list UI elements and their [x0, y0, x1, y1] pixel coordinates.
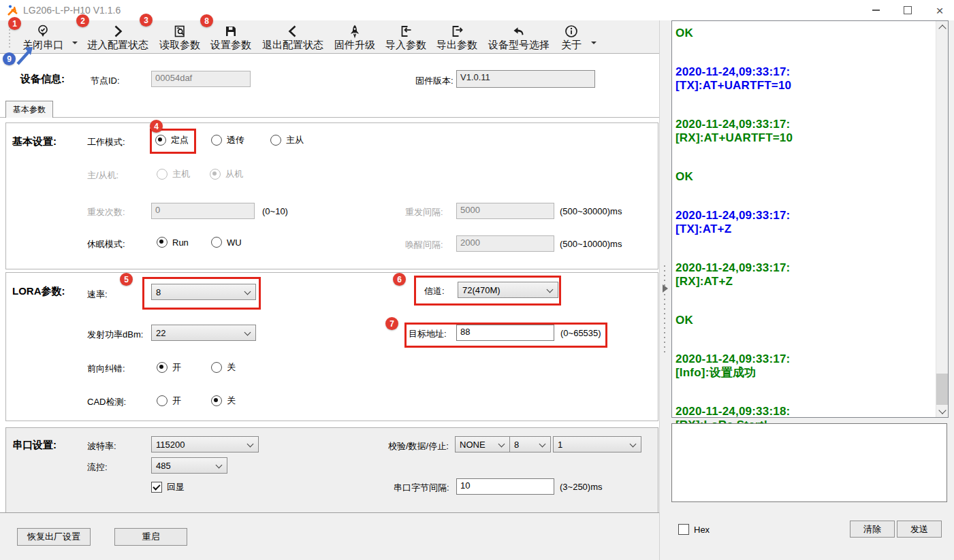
close-button[interactable]: × [930, 3, 949, 18]
wake-interval-label: 唤醒间隔: [405, 239, 443, 251]
radio-work-mode-master-slave[interactable]: 主从 [270, 134, 304, 146]
rocket-icon [347, 22, 362, 39]
chevron-down-icon [247, 441, 254, 448]
toolbar-set-params-button[interactable]: 设置参数 [209, 22, 253, 52]
firmware-version-field[interactable]: V1.0.11 [456, 70, 595, 88]
toolbar-export-params-button[interactable]: 导出参数 [435, 22, 479, 52]
radio-fec-on[interactable]: 开 [157, 361, 181, 374]
log-line: 2020-11-24,09:33:17: [675, 352, 934, 366]
radio-label: 透传 [227, 134, 244, 146]
scrollbar-thumb[interactable] [936, 374, 948, 405]
radio-icon [270, 135, 281, 146]
close-serial-dropdown-caret-icon[interactable] [72, 42, 78, 47]
select-value: 8 [514, 440, 519, 450]
serial-settings-title: 串口设置: [12, 439, 57, 452]
rate-select[interactable]: 8 [151, 284, 256, 300]
radio-sleep-wu[interactable]: WU [211, 237, 242, 248]
byte-interval-range: (3~250)ms [560, 482, 603, 492]
scroll-down-icon[interactable] [936, 406, 948, 417]
maximize-button[interactable] [898, 3, 917, 18]
radio-sleep-run[interactable]: Run [157, 237, 189, 248]
radio-label: 主机 [172, 168, 190, 180]
toolbar-close-serial-button[interactable]: 关闭串口 [21, 22, 65, 52]
byte-interval-field[interactable]: 10 [456, 478, 554, 495]
toolbar-button-label: 设备型号选择 [488, 39, 550, 52]
log-scrollbar[interactable] [936, 21, 948, 417]
send-button[interactable]: 发送 [897, 521, 942, 538]
radio-icon [155, 135, 166, 146]
radio-label: 开 [172, 395, 181, 407]
radio-cad-off[interactable]: 关 [211, 395, 236, 407]
toolbar-exit-config-button[interactable]: 退出配置状态 [260, 22, 325, 52]
echo-checkbox[interactable]: 回显 [151, 481, 185, 493]
radio-label: 关 [227, 361, 236, 374]
chevron-down-icon [547, 286, 554, 293]
toolbar-button-label: 关于 [561, 39, 582, 52]
window-title: LG206-L-P-H10 V1.1.6 [23, 5, 121, 16]
radio-work-mode-transparent[interactable]: 透传 [211, 134, 244, 146]
log-entry: 2020-11-24,09:33:17: [RX]:AT+UARTFT=10 [675, 118, 934, 145]
toolbar-import-params-button[interactable]: 导入参数 [384, 22, 428, 52]
stop-bits-select[interactable]: 1 [553, 436, 641, 452]
toolbar-firmware-upgrade-button[interactable]: 固件升级 [333, 22, 377, 52]
flow-control-label: 流控: [87, 461, 108, 474]
log-entry: OK [675, 27, 934, 40]
toolbar-enter-config-button[interactable]: 进入配置状态 [85, 22, 150, 52]
log-line: OK [675, 170, 934, 184]
radio-fec-off[interactable]: 关 [211, 361, 236, 374]
factory-reset-button[interactable]: 恢复出厂设置 [17, 528, 91, 546]
export-icon [449, 22, 464, 39]
footer-strip [0, 512, 659, 560]
pin-check-icon [35, 22, 50, 39]
import-icon [398, 22, 413, 39]
radio-icon [157, 169, 168, 180]
channel-label: 信道: [424, 285, 445, 297]
parity-select[interactable]: NONE [455, 436, 510, 452]
lora-params-title: LORA参数: [12, 285, 65, 298]
channel-select[interactable]: 72(470M) [458, 282, 558, 298]
minimize-button[interactable] [866, 3, 885, 18]
node-id-field[interactable]: 00054daf [151, 71, 251, 87]
radio-icon [211, 362, 222, 373]
toolbar-button-label: 读取参数 [159, 39, 200, 52]
log-entry: 2020-11-24,09:33:17: [TX]:AT+Z [675, 209, 934, 236]
wake-interval-field[interactable]: 2000 [456, 235, 554, 252]
checkbox-icon [151, 482, 162, 493]
data-bits-select[interactable]: 8 [509, 436, 551, 452]
log-line: [TX]:AT+UARTFT=10 [675, 79, 934, 93]
scroll-up-icon[interactable] [936, 21, 948, 33]
send-input[interactable] [671, 423, 947, 502]
target-addr-field[interactable]: 88 [456, 325, 554, 341]
parity-data-stop-label: 校验/数据/停止: [388, 440, 449, 452]
work-mode-label: 工作模式: [87, 136, 125, 148]
resend-interval-range: (500~30000)ms [560, 206, 622, 216]
radio-slave[interactable]: 从机 [210, 168, 243, 180]
chevron-down-icon [244, 329, 251, 336]
fec-label: 前向纠错: [87, 363, 125, 375]
clear-button[interactable]: 清除 [850, 521, 895, 538]
select-value: 485 [156, 461, 171, 471]
radio-label: 关 [227, 395, 236, 407]
hex-checkbox[interactable]: Hex [678, 524, 710, 535]
radio-work-mode-fixed[interactable]: 定点 [155, 134, 189, 146]
flow-control-select[interactable]: 485 [151, 457, 227, 474]
log-output-panel[interactable]: OK 2020-11-24,09:33:17: [TX]:AT+UARTFT=1… [671, 20, 949, 418]
restart-button[interactable]: 重启 [114, 528, 187, 546]
tab-basic-params[interactable]: 基本参数 [5, 101, 53, 118]
baud-select[interactable]: 115200 [151, 436, 259, 452]
toolbar-button-label: 进入配置状态 [87, 39, 148, 52]
doc-search-icon [172, 22, 187, 39]
chevron-down-icon [498, 441, 505, 448]
toolbar-device-model-button[interactable]: 设备型号选择 [486, 22, 552, 52]
toolbar-about-button[interactable]: 关于 [559, 22, 584, 52]
toolbar-button-label: 设置参数 [210, 39, 251, 52]
select-value: NONE [460, 440, 486, 450]
about-dropdown-caret-icon[interactable] [591, 42, 597, 47]
resend-interval-field[interactable]: 5000 [456, 203, 554, 219]
radio-master[interactable]: 主机 [157, 168, 190, 180]
tx-power-select[interactable]: 22 [151, 325, 256, 341]
radio-cad-on[interactable]: 开 [157, 395, 181, 407]
node-id-label: 节点ID: [91, 75, 120, 87]
toolbar-read-params-button[interactable]: 读取参数 [158, 22, 202, 52]
resend-count-field[interactable]: 0 [151, 203, 255, 219]
